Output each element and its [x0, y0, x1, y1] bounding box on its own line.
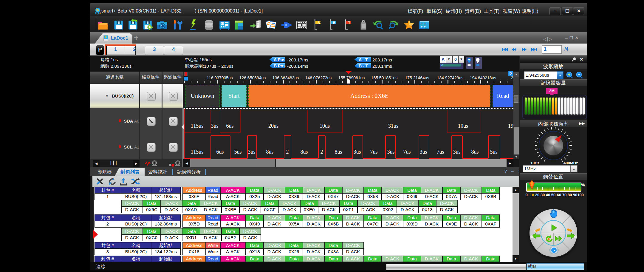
svg-text:+: +	[568, 72, 570, 77]
svg-text:B: B	[333, 21, 335, 24]
svg-text:A: A	[318, 21, 320, 24]
svg-text:T: T	[348, 21, 350, 24]
svg-text:−: −	[578, 72, 580, 77]
svg-text:+: +	[99, 12, 101, 15]
svg-text:0101: 0101	[421, 26, 427, 29]
